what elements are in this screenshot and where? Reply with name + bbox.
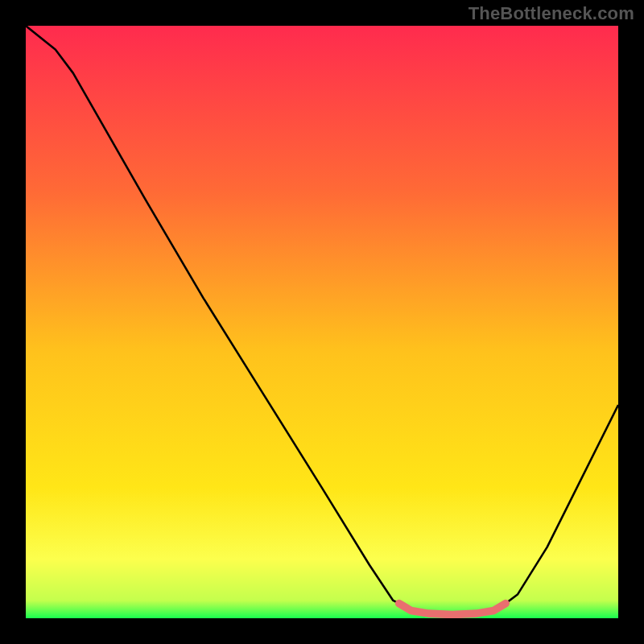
plot-area xyxy=(26,26,618,618)
chart-svg xyxy=(26,26,618,618)
chart-frame: TheBottleneck.com xyxy=(0,0,644,644)
watermark-text: TheBottleneck.com xyxy=(469,3,634,24)
gradient-background xyxy=(26,26,618,618)
